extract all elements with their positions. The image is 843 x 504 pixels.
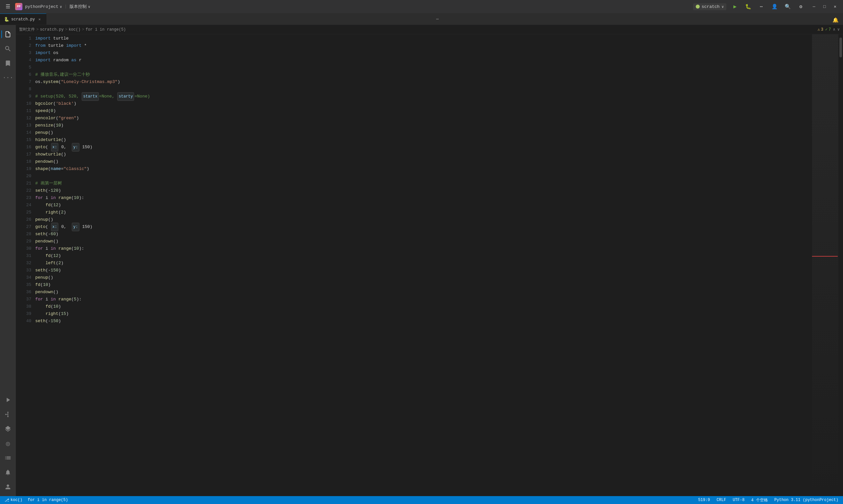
code-line-34: penup(): [35, 274, 812, 281]
svg-point-0: [7, 412, 8, 413]
minimize-button[interactable]: ─: [809, 2, 819, 11]
code-line-14: penup(): [35, 129, 812, 137]
vertical-scrollbar[interactable]: [838, 34, 843, 496]
code-line-25: right(2): [35, 209, 812, 216]
editor-area: 暂时文件 > scratch.py > koc() > for i in ran…: [16, 25, 843, 496]
language-item[interactable]: Python 3.11 (pythonProject): [773, 496, 840, 504]
activity-list-icon[interactable]: [1, 451, 15, 465]
code-line-39: right(15): [35, 310, 812, 318]
indent-item[interactable]: 4 个空格: [750, 496, 769, 504]
tab-more-button[interactable]: ⋯: [433, 15, 442, 24]
titlebar-right: scratch ∨ ▶ 🐛 ⋯ 👤 🔍 ⚙ ─ □ ✕: [693, 2, 840, 11]
code-line-4: import random as r: [35, 57, 812, 64]
debug-button[interactable]: 🐛: [743, 2, 753, 11]
scrollbar-thumb[interactable]: [839, 38, 842, 57]
main-layout: ··· ◎: [0, 25, 843, 496]
tab-close-button[interactable]: ✕: [37, 17, 42, 22]
code-line-21: # 画第一层树: [35, 180, 812, 187]
breadcrumb-bar: 暂时文件 > scratch.py > koc() > for i in ran…: [16, 25, 843, 34]
code-line-5: [35, 64, 812, 71]
line-numbers: 1234567891011121314151617181920212223242…: [16, 34, 34, 496]
run-button[interactable]: ▶: [730, 2, 739, 11]
code-line-20: [35, 173, 812, 180]
code-line-26: penup(): [35, 216, 812, 223]
ok-icon: ✓: [825, 27, 827, 32]
diag-chevron-down[interactable]: ∨: [838, 27, 840, 32]
code-line-30: for i in range(10):: [35, 245, 812, 252]
code-line-23: for i in range(10):: [35, 194, 812, 202]
code-line-13: pensize(10): [35, 122, 812, 129]
breadcrumb-sep2: >: [65, 28, 67, 32]
titlebar-separator: |: [65, 4, 67, 9]
warning-icon: ⚠: [818, 27, 820, 32]
activity-person-icon[interactable]: [1, 480, 15, 493]
activity-search-icon[interactable]: [1, 42, 15, 55]
tab-scratch-py[interactable]: 🐍 scratch.py ✕: [0, 14, 47, 25]
activity-bookmarks-icon[interactable]: [1, 57, 15, 70]
activity-circle-icon[interactable]: ◎: [1, 437, 15, 450]
vcs-button[interactable]: 版本控制 ∨: [70, 4, 90, 10]
activity-run-icon[interactable]: [1, 393, 15, 407]
notification-bell-icon[interactable]: 🔔: [831, 16, 840, 25]
code-line-12: pencolor("green"): [35, 115, 812, 122]
breadcrumb-inner[interactable]: for i in range(5): [86, 28, 126, 32]
breadcrumb-sep1: >: [36, 28, 38, 32]
project-name[interactable]: pythonProject ∨: [25, 4, 62, 9]
branch-icon: ⎇: [5, 498, 9, 503]
func-path-item[interactable]: for i in range(5): [26, 496, 69, 504]
encoding-item[interactable]: UTF-8: [731, 496, 746, 504]
code-content[interactable]: import turtlefrom turtle import *import …: [34, 34, 812, 496]
breadcrumb-sep3: >: [82, 28, 84, 32]
code-line-6: # 播放音乐,建议一分二十秒: [35, 71, 812, 78]
restore-button[interactable]: □: [820, 2, 829, 11]
search-button[interactable]: 🔍: [783, 2, 792, 11]
activity-git-icon[interactable]: [1, 408, 15, 421]
python-file-icon: 🐍: [4, 17, 9, 22]
diag-chevron-up[interactable]: ∧: [833, 27, 836, 32]
breadcrumb-filename[interactable]: scratch.py: [40, 28, 64, 32]
minimap-error-indicator: [812, 256, 838, 257]
titlebar-left: ☰ PP pythonProject ∨ | 版本控制 ∨: [3, 2, 690, 11]
code-line-27: goto( x: 0, y: 150): [35, 223, 812, 231]
code-line-9: # setup(520, 520, startx=None, starty=No…: [35, 93, 812, 100]
breadcrumb-func[interactable]: koc(): [69, 28, 80, 32]
hamburger-menu-icon[interactable]: ☰: [3, 2, 13, 11]
run-config-selector[interactable]: scratch ∨: [693, 3, 727, 10]
code-line-2: from turtle import *: [35, 42, 812, 49]
code-line-29: pendown(): [35, 238, 812, 245]
code-editor[interactable]: 1234567891011121314151617181920212223242…: [16, 34, 843, 496]
code-line-16: goto( x: 0, y: 150): [35, 144, 812, 151]
svg-point-2: [5, 414, 6, 415]
code-line-40: seth(-150): [35, 318, 812, 325]
line-ending-item[interactable]: CRLF: [715, 496, 728, 504]
more-options-button[interactable]: ⋯: [757, 2, 766, 11]
profile-button[interactable]: 👤: [770, 2, 779, 11]
code-line-18: pendown(): [35, 158, 812, 165]
activity-explorer-icon[interactable]: [1, 28, 15, 41]
code-line-7: os.system("Lonely-Christmas.mp3"): [35, 78, 812, 86]
activity-bell-icon[interactable]: [1, 466, 15, 479]
statusbar-left: ⎇ koc() for i in range(5): [3, 496, 69, 504]
ok-count[interactable]: ✓ 7: [825, 27, 831, 32]
svg-point-1: [7, 416, 8, 417]
git-branch-item[interactable]: ⎇ koc(): [3, 496, 24, 504]
activity-layers-icon[interactable]: [1, 422, 15, 435]
notification-area: 🔔: [831, 16, 840, 25]
close-button[interactable]: ✕: [830, 2, 840, 11]
code-line-24: fd(12): [35, 202, 812, 209]
code-line-33: seth(-150): [35, 267, 812, 274]
activity-more-icon[interactable]: ···: [1, 71, 15, 84]
breadcrumb-temp-files[interactable]: 暂时文件: [19, 27, 35, 32]
warning-count[interactable]: ⚠ 3: [818, 27, 823, 32]
app-logo: PP: [15, 3, 22, 10]
status-bar: ⎇ koc() for i in range(5) 519:9 CRLF UTF…: [0, 496, 843, 504]
code-line-28: seth(-60): [35, 231, 812, 238]
code-line-17: showturtle(): [35, 151, 812, 158]
code-line-36: pendown(): [35, 289, 812, 296]
code-line-32: left(2): [35, 259, 812, 267]
settings-button[interactable]: ⚙: [796, 2, 805, 11]
code-line-31: fd(12): [35, 252, 812, 259]
code-line-15: hideturtle(): [35, 137, 812, 144]
statusbar-right: 519:9 CRLF UTF-8 4 个空格 Python 3.11 (pyth…: [697, 496, 840, 504]
cursor-position-item[interactable]: 519:9: [697, 496, 711, 504]
